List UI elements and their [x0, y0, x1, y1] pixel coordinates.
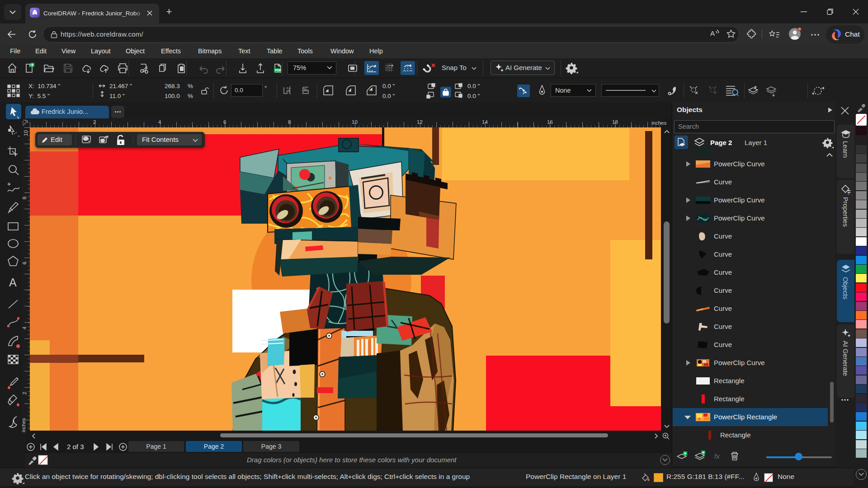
svg-text:fx: fx [714, 452, 720, 460]
svg-text:A: A [710, 29, 715, 37]
svg-text:PDF: PDF [275, 69, 282, 72]
svg-text:A: A [9, 276, 17, 289]
